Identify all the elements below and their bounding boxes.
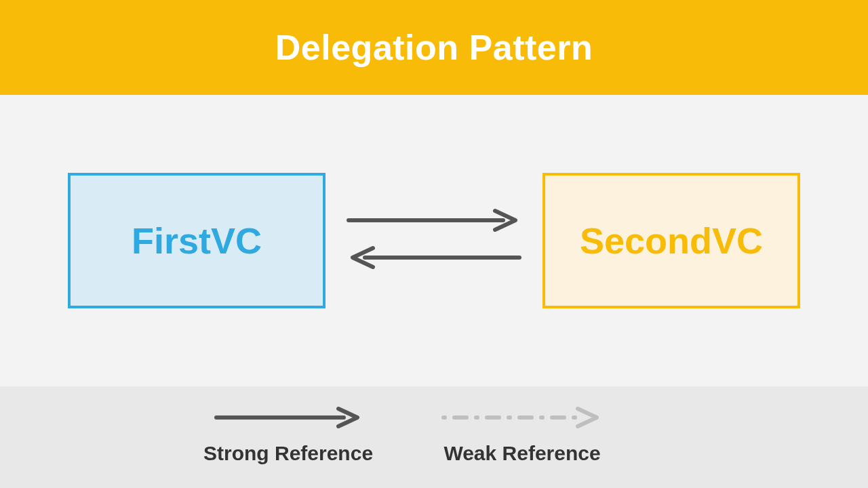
diagram-area: FirstVC SecondVC (0, 95, 868, 386)
legend-strong: Strong Reference (203, 405, 373, 465)
node-firstvc: FirstVC (68, 173, 326, 308)
legend-strong-label: Strong Reference (203, 442, 373, 465)
arrow-strong-right (346, 207, 522, 234)
arrow-icon-weak (441, 405, 604, 430)
page-title: Delegation Pattern (275, 27, 593, 68)
node-firstvc-label: FirstVC (132, 220, 262, 262)
node-secondvc: SecondVC (542, 173, 800, 308)
node-secondvc-label: SecondVC (580, 220, 763, 262)
arrow-icon-strong (214, 405, 363, 430)
header-bar: Delegation Pattern (0, 0, 868, 95)
legend-weak: Weak Reference (441, 405, 604, 465)
arrow-strong-left (346, 244, 522, 271)
legend-weak-label: Weak Reference (443, 442, 600, 465)
legend-bar: Strong Reference Weak Reference (0, 386, 868, 488)
